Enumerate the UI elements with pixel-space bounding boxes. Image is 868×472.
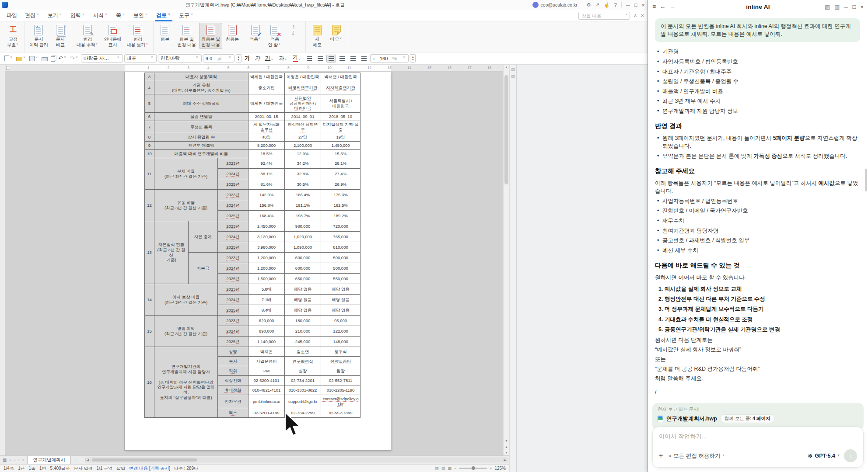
table-cell[interactable]: 전자우편: [218, 395, 248, 408]
model-selector[interactable]: GPT-5.4: [808, 453, 840, 459]
table-cell[interactable]: 전년도 매출액: [154, 142, 248, 150]
table-cell[interactable]: 행정혁신 정책연구: [285, 121, 321, 133]
table-cell[interactable]: 2023년: [218, 284, 248, 295]
scroll-right-icon[interactable]: ▶: [504, 458, 506, 462]
table-cell[interactable]: 정우석: [321, 347, 360, 357]
prev-page-icon[interactable]: ▲: [504, 445, 509, 448]
account-avatar[interactable]: [532, 2, 539, 8]
table-cell[interactable]: 기관 유형 (대학, 정부출연연, 중소기업 등): [154, 81, 248, 94]
line-spacing-select[interactable]: 160%: [370, 54, 409, 62]
layout-icon[interactable]: [834, 3, 840, 10]
menu-item-서식[interactable]: 서식: [89, 10, 112, 21]
table-cell[interactable]: 김소연: [285, 347, 321, 357]
align-divide-button[interactable]: [359, 55, 369, 62]
table-cell[interactable]: 2024년: [218, 263, 248, 274]
table-cell[interactable]: 27.4%: [321, 169, 360, 179]
table-cell[interactable]: 2024년: [218, 232, 248, 242]
table-cell[interactable]: 박지은: [248, 347, 285, 357]
ribbon-new-memo-button[interactable]: 새 메모: [308, 23, 326, 49]
table-cell[interactable]: 245,000: [285, 337, 321, 347]
menu-item-보안[interactable]: 보안: [130, 10, 152, 21]
close-button[interactable]: [641, 2, 645, 8]
style-set-select[interactable]: 대표: [124, 54, 157, 62]
ribbon-final-and-changes-button[interactable]: 최종본 및 변경 내용: [199, 23, 222, 49]
sidebar-tab-icon[interactable]: [511, 67, 515, 72]
menu-item-쪽[interactable]: 쪽: [112, 10, 130, 21]
prev-tab-icon[interactable]: [13, 458, 16, 462]
ribbon-final-button[interactable]: 최종본: [223, 23, 242, 44]
view-mode-icon[interactable]: ▦: [448, 466, 452, 471]
horizontal-scrollbar[interactable]: ◀ ▶: [85, 458, 508, 462]
menu-item-입력[interactable]: 입력: [66, 10, 89, 21]
ribbon-proof-marks-button[interactable]: 교정 부호: [4, 23, 22, 49]
copy-format-button[interactable]: [50, 55, 56, 62]
font-size-select[interactable]: 9.0pt: [203, 54, 234, 62]
table-cell[interactable]: 18.5%: [248, 150, 285, 158]
save-button[interactable]: [28, 55, 39, 62]
table-cell[interactable]: 02-6200-4101: [248, 376, 285, 385]
table-cell[interactable]: 주생산 품목: [154, 121, 248, 133]
menu-icon[interactable]: [652, 3, 656, 10]
font-size-stepper[interactable]: ▲▼: [236, 54, 242, 62]
table-cell[interactable]: 500,000: [321, 253, 360, 263]
table-cell[interactable]: 3: [145, 73, 154, 81]
table-cell[interactable]: 12: [145, 190, 154, 221]
print-button[interactable]: [41, 55, 49, 62]
table-cell[interactable]: PM: [248, 366, 285, 376]
table-cell[interactable]: 5: [145, 94, 154, 113]
table-cell[interactable]: 박서연 / 대한민국: [321, 73, 360, 81]
theme-icon[interactable]: [825, 3, 830, 10]
table-cell[interactable]: 182.5%: [321, 200, 360, 211]
table-cell[interactable]: 2025년: [218, 305, 248, 316]
table-cell[interactable]: 휴대전화: [218, 385, 248, 395]
sidebar-tab-icon[interactable]: [511, 74, 515, 79]
table-cell[interactable]: 95,000: [321, 316, 360, 326]
table-cell[interactable]: 1,090,000: [285, 242, 321, 253]
table-cell[interactable]: 이자 보상 비율 (최근 3년 간 결산 기준): [154, 284, 218, 316]
align-distribute-button[interactable]: [348, 55, 358, 62]
track-changes-status[interactable]: 변경 내용 [기록 중지]: [129, 465, 170, 472]
table-cell[interactable]: AI 업무자동화 솔루션: [248, 121, 285, 133]
table-cell[interactable]: 156.8%: [248, 200, 285, 211]
table-cell[interactable]: 1,500,000: [248, 274, 285, 284]
table-cell[interactable]: 1,140,000: [248, 337, 285, 347]
table-cell[interactable]: 198.7%: [285, 211, 321, 221]
document-page[interactable]: 3대표자 성명/국적박세현 / 대한민국이정훈 / 대한민국박서연 / 대한민국…: [125, 72, 391, 450]
table-cell[interactable]: 765,000: [321, 232, 360, 242]
table-cell[interactable]: 15.3%: [321, 150, 360, 158]
close-button[interactable]: [860, 3, 864, 10]
table-cell[interactable]: 02-734-2201: [285, 376, 321, 385]
ribbon-doc-compare-button[interactable]: 문서 비교: [51, 23, 70, 49]
table-cell[interactable]: 부채 비율 (최근 3년 간 결산 기준): [154, 158, 218, 190]
table-cell[interactable]: 서울특별시 / 대한민국: [321, 94, 360, 113]
table-cell[interactable]: 2,100,000: [285, 142, 321, 150]
table-cell[interactable]: 32.8%: [285, 169, 321, 179]
table-cell[interactable]: 2025년: [218, 242, 248, 253]
redo-button[interactable]: [69, 54, 80, 62]
table-cell[interactable]: 영업 이익 (최근 3년 간 결산 기준): [154, 316, 218, 347]
table-cell[interactable]: 연구개발기관의 연구개발과제 지원 담당자 (※ 대학의 경우 산학협력단의 연…: [154, 347, 218, 418]
table-cell[interactable]: pm@inlineai.ai: [248, 395, 285, 408]
undo-button[interactable]: [57, 54, 68, 62]
table-cell[interactable]: 650,000: [285, 274, 321, 284]
maximize-button[interactable]: [853, 3, 856, 10]
table-cell[interactable]: 해당 없음: [321, 295, 360, 305]
table-cell[interactable]: 010-2205-1190: [321, 385, 360, 395]
scrollbar-thumb[interactable]: [92, 458, 197, 462]
zoom-slider[interactable]: [459, 468, 487, 469]
table-cell[interactable]: 5.8배: [248, 284, 285, 295]
back-icon[interactable]: [660, 3, 665, 10]
table-cell[interactable]: 해당 없음: [285, 305, 321, 316]
zoom-in-icon[interactable]: +: [490, 466, 492, 471]
table-cell[interactable]: 168.4%: [248, 211, 285, 221]
table-cell[interactable]: 980,000: [285, 221, 321, 232]
table-cell[interactable]: 2023년: [218, 316, 248, 326]
send-button[interactable]: [844, 449, 857, 462]
table-cell[interactable]: 3,120,000: [248, 232, 285, 242]
table-cell[interactable]: 2,450,000: [248, 221, 285, 232]
table-cell[interactable]: 부서: [218, 357, 248, 366]
table-cell[interactable]: 연구협력실: [285, 357, 321, 366]
forward-icon[interactable]: [669, 3, 675, 10]
table-cell[interactable]: 02-6200-4199: [248, 408, 285, 418]
table-cell[interactable]: 12.0%: [285, 150, 321, 158]
